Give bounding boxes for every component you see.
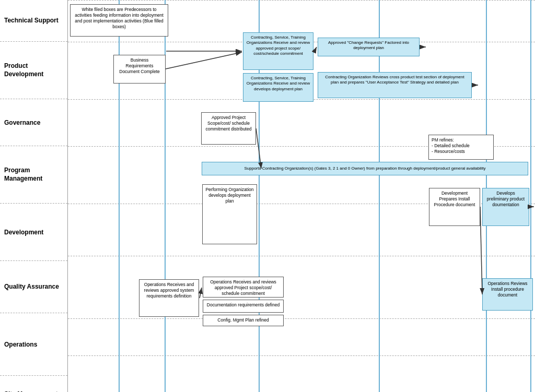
lane-governance: Governance — [0, 99, 67, 146]
main-diagram: White filed boxes are Predecessors to ac… — [68, 0, 535, 392]
ops-install-box: Operations Reviews Install procedure doc… — [482, 278, 533, 311]
svg-line-2 — [166, 52, 242, 69]
diagram-container: Technical Support Product Development Go… — [0, 0, 535, 392]
sep-0 — [68, 0, 535, 1]
lane-operations: Operations — [0, 313, 67, 376]
sep-6 — [68, 318, 535, 319]
vline-4 — [379, 0, 380, 392]
lane-site-measurement: Site Measurement — [0, 376, 67, 392]
sep-5 — [68, 256, 535, 256]
contracting-deployment-box: Contracting, Service, Training Organizat… — [243, 73, 313, 102]
lane-program-management: Program Management — [0, 146, 67, 204]
svg-line-3 — [315, 47, 317, 51]
pm-refines-box: PM refines:- Detailed schedule- Resource… — [428, 135, 494, 160]
supports-contracting-box: Supports Contracting Organization(s) (Ga… — [202, 162, 528, 175]
lane-product-development: Product Development — [0, 42, 67, 99]
dev-install-box: Development Prepares Install Procedure d… — [429, 188, 480, 226]
approved-scope-box: Approved Project Scope/cost/ schedule co… — [201, 112, 256, 145]
develops-prelim-box: Develops preliminary product doumentatio… — [482, 188, 529, 226]
lane-development: Development — [0, 204, 67, 261]
ops-scope-box: Operations Receives and reviews approved… — [203, 277, 284, 298]
brd-complete-box: Business Requirements Document Complete — [113, 55, 166, 84]
approved-change-box: Approved "Change Requests" Factored into… — [318, 38, 420, 56]
predecessor-note-box: White filed boxes are Predecessors to ac… — [70, 4, 168, 37]
contracting-cross-product-box: Contracting Organization Reviews cross p… — [318, 72, 472, 98]
contracting-scope-box: Contracting, Service, Training Organizat… — [243, 32, 313, 70]
lane-labels: Technical Support Product Development Go… — [0, 0, 68, 392]
vline-6 — [530, 0, 531, 392]
lane-technical-support: Technical Support — [0, 0, 67, 42]
svg-line-7 — [200, 288, 202, 298]
ops-system-req-box: Operations Receives and reviews approved… — [139, 279, 199, 317]
sep-7 — [68, 355, 535, 356]
doc-req-box: Documentation requirements defined — [203, 300, 284, 313]
config-mgmt-box: Config. Mgmt Plan refined — [203, 315, 284, 326]
performing-org-box: Performing Organization develops deploym… — [202, 184, 257, 244]
lane-quality-assurance: Quality Assurance — [0, 261, 67, 313]
